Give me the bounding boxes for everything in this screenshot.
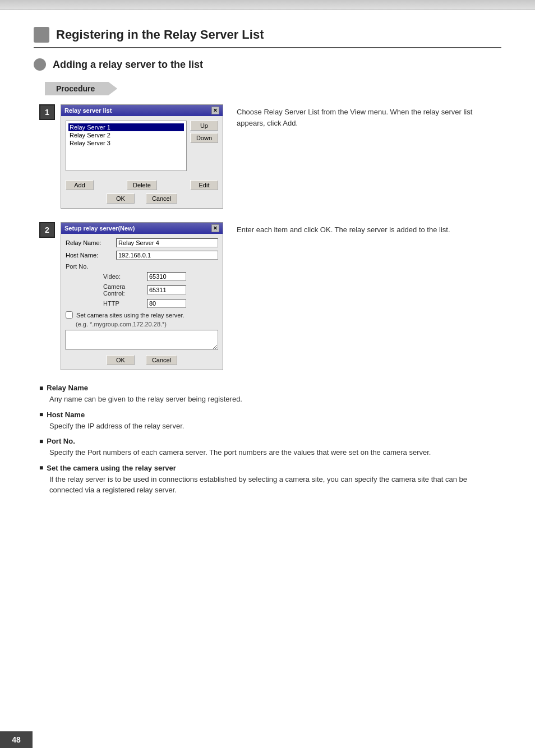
video-port-input[interactable]: [147, 272, 186, 281]
desc-section: Relay Name Any name can be given to the …: [39, 384, 501, 496]
subsection-bullet: [34, 58, 46, 71]
dialog-1-close-button[interactable]: ✕: [211, 107, 219, 114]
dialog-1-ok-row: OK Cancel: [66, 193, 218, 204]
desc-item-set-camera: Set the camera using the relay server If…: [39, 464, 501, 496]
dialog-1-titlebar: Relay server list ✕: [61, 105, 223, 116]
section-title: Registering in the Relay Server List: [56, 27, 264, 42]
step-2-number: 2: [39, 222, 55, 238]
dialog-1-cancel-button[interactable]: Cancel: [146, 193, 177, 204]
section-header: Registering in the Relay Server List: [34, 27, 501, 48]
camera-control-port-row: Camera Control:: [66, 283, 218, 297]
delete-button[interactable]: Delete: [127, 180, 157, 190]
port-no-label: Port No.: [66, 263, 96, 270]
desc-title-host-name: Host Name: [39, 411, 501, 419]
dialog-2-ok-button[interactable]: OK: [107, 355, 135, 365]
http-port-row: HTTP: [66, 299, 218, 308]
step-2-row: 2 Setup relay server(New) ✕ Relay Name: …: [39, 222, 501, 370]
hint-text: (e.g. *.mygroup.com,172.20.28.*): [76, 321, 218, 328]
relay-list-item-3[interactable]: Relay Server 3: [68, 139, 184, 147]
dialog-1-ok-button[interactable]: OK: [107, 193, 135, 204]
step-1-number: 1: [39, 104, 55, 120]
desc-title-set-camera: Set the camera using the relay server: [39, 464, 501, 472]
relay-list-col: Relay Server 1 Relay Server 2 Relay Serv…: [66, 121, 187, 176]
edit-button[interactable]: Edit: [190, 180, 218, 190]
desc-item-host-name: Host Name Specify the IP address of the …: [39, 411, 501, 432]
section-icon: [34, 27, 49, 43]
dialog-2-ok-row: OK Cancel: [66, 355, 218, 365]
http-label: HTTP: [96, 300, 147, 307]
desc-item-port-no: Port No. Specify the Port numbers of eac…: [39, 437, 501, 458]
procedure-label: Procedure: [45, 82, 117, 95]
port-section: Port No. Video: Camera Control: H: [66, 263, 218, 308]
relay-list-content: Relay Server 1 Relay Server 2 Relay Serv…: [66, 121, 218, 176]
desc-title-relay-name: Relay Name: [39, 384, 501, 392]
dialog-1-title: Relay server list: [64, 107, 112, 114]
desc-body-set-camera: If the relay server is to be used in con…: [49, 474, 501, 496]
up-down-buttons: Up Down: [190, 121, 218, 176]
subsection-title: Adding a relay server to the list: [53, 59, 203, 71]
page-content: Registering in the Relay Server List Add…: [0, 10, 535, 524]
dialog-2-title: Setup relay server(New): [64, 225, 135, 232]
relay-list-item-1[interactable]: Relay Server 1: [68, 123, 184, 131]
relay-list-area[interactable]: Relay Server 1 Relay Server 2 Relay Serv…: [66, 121, 187, 171]
dialog-2-cancel-button[interactable]: Cancel: [146, 355, 177, 365]
video-port-row: Video:: [66, 272, 218, 281]
step-1-row: 1 Relay server list ✕ Relay Server 1 Rel…: [39, 104, 501, 209]
down-button[interactable]: Down: [190, 133, 218, 143]
relay-name-input[interactable]: [116, 238, 218, 247]
up-button[interactable]: Up: [190, 121, 218, 131]
dialog-1-body: Relay Server 1 Relay Server 2 Relay Serv…: [61, 116, 223, 208]
camera-control-label: Camera Control:: [96, 283, 147, 297]
set-camera-checkbox-row: Set camera sites using the relay server.: [66, 311, 218, 319]
host-name-row: Host Name:: [66, 251, 218, 260]
relay-name-label: Relay Name:: [66, 239, 116, 246]
desc-body-host-name: Specify the IP address of the relay serv…: [49, 421, 501, 432]
relay-server-list-dialog: Relay server list ✕ Relay Server 1 Relay…: [61, 104, 223, 209]
port-header-row: Port No.: [66, 263, 218, 270]
camera-sites-textarea[interactable]: [66, 330, 218, 350]
step-1-description: Choose Relay Server List from the View m…: [237, 104, 501, 128]
desc-body-port-no: Specify the Port numbers of each camera …: [49, 447, 501, 458]
step-2-description: Enter each item and click OK. The relay …: [237, 222, 501, 236]
desc-item-relay-name: Relay Name Any name can be given to the …: [39, 384, 501, 405]
set-camera-checkbox[interactable]: [66, 311, 73, 319]
desc-title-port-no: Port No.: [39, 437, 501, 445]
page-number: 48: [0, 731, 33, 748]
dialog-1-action-buttons: Add Delete Edit: [66, 180, 218, 190]
relay-list-item-2[interactable]: Relay Server 2: [68, 131, 184, 139]
set-camera-checkbox-label: Set camera sites using the relay server.: [76, 312, 185, 319]
top-bar: [0, 0, 535, 10]
dialog-2-close-button[interactable]: ✕: [211, 224, 219, 232]
host-name-input[interactable]: [116, 251, 218, 260]
dialog-2-titlebar: Setup relay server(New) ✕: [61, 223, 223, 234]
camera-control-input[interactable]: [147, 285, 186, 294]
add-button[interactable]: Add: [66, 180, 94, 190]
http-input[interactable]: [147, 299, 186, 308]
subsection-header: Adding a relay server to the list: [34, 58, 501, 71]
video-label: Video:: [96, 273, 147, 280]
relay-name-row: Relay Name:: [66, 238, 218, 247]
host-name-label: Host Name:: [66, 252, 116, 259]
desc-body-relay-name: Any name can be given to the relay serve…: [49, 394, 501, 405]
setup-relay-dialog: Setup relay server(New) ✕ Relay Name: Ho…: [61, 222, 223, 370]
dialog-2-body: Relay Name: Host Name: Port No. Video:: [61, 234, 223, 370]
